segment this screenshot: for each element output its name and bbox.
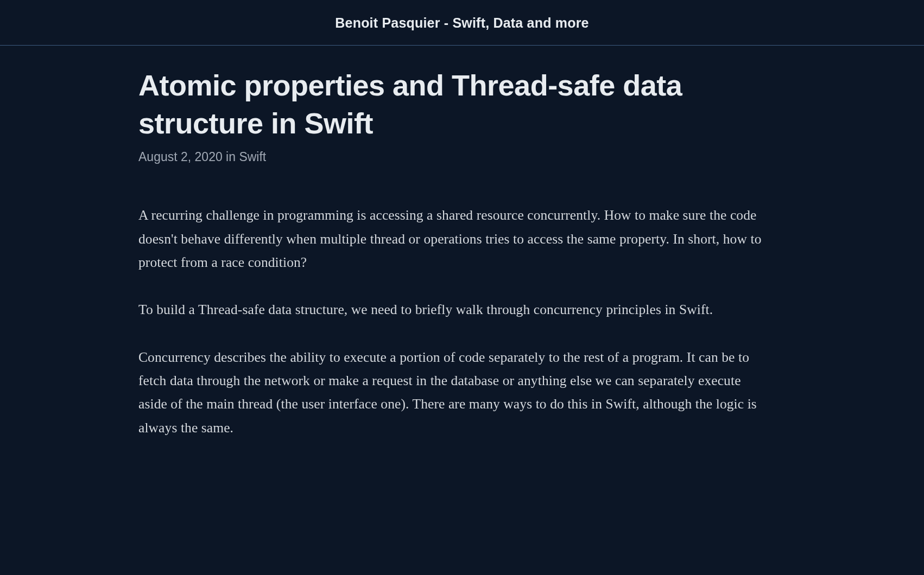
site-title[interactable]: Benoit Pasquier - Swift, Data and more	[0, 15, 924, 31]
paragraph: A recurring challenge in programming is …	[138, 203, 766, 274]
article-content: Atomic properties and Thread-safe data s…	[125, 46, 799, 439]
article-date: August 2, 2020	[138, 150, 223, 164]
article-body: A recurring challenge in programming is …	[138, 203, 766, 439]
paragraph: Concurrency describes the ability to exe…	[138, 346, 766, 439]
category-link[interactable]: Swift	[239, 150, 266, 164]
article-meta: August 2, 2020 in Swift	[138, 150, 766, 164]
article-title: Atomic properties and Thread-safe data s…	[138, 66, 766, 142]
paragraph: To build a Thread-safe data structure, w…	[138, 298, 766, 321]
meta-separator: in	[223, 150, 239, 164]
site-header: Benoit Pasquier - Swift, Data and more	[0, 0, 924, 46]
